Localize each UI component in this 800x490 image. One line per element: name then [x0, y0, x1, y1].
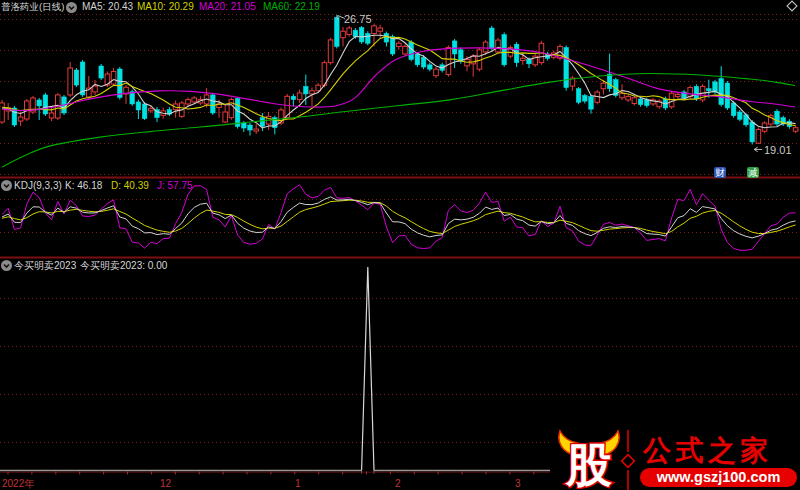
- low-price-label: 19.01: [764, 144, 792, 156]
- watermark-logo[interactable]: 股 公式之家 www.gszj100.com: [550, 423, 800, 490]
- kdj-d-value: D: 40.39: [111, 180, 149, 192]
- axis-label-mar: 3: [515, 478, 521, 489]
- event-badge-reduction[interactable]: 减: [747, 167, 759, 178]
- kdj-name: KDJ(9,3,3): [14, 180, 62, 192]
- axis-label-jan: 1: [295, 478, 301, 489]
- logo-site-name: 公式之家: [643, 436, 773, 465]
- ma10-value: MA10: 20.29: [137, 1, 194, 13]
- emblem-char: 股: [564, 439, 612, 489]
- logo-divider-icon: [621, 430, 635, 490]
- kdj-collapse-icon[interactable]: [1, 180, 12, 191]
- candlestick-plot: [0, 15, 798, 167]
- corner-diamond-icon[interactable]: [787, 1, 797, 11]
- event-badge-financial[interactable]: 财: [714, 167, 726, 178]
- signal-name: 今买明卖2023: [14, 260, 76, 272]
- bull-emblem-icon: 股: [556, 429, 628, 489]
- ma5-value: MA5: 20.43: [82, 1, 133, 13]
- ma60-value: MA60: 22.19: [263, 1, 320, 13]
- kdj-k-value: K: 46.18: [65, 180, 102, 192]
- axis-label-feb: 2: [395, 478, 401, 489]
- signal-plot: [362, 267, 374, 470]
- signal-value: 今买明卖2023: 0.00: [80, 260, 167, 272]
- symbol-title: 普洛药业(日线): [1, 1, 64, 13]
- chevron-down-circle-icon[interactable]: [66, 2, 77, 13]
- stock-chart-window: 普洛药业(日线) MA5: 20.43 MA10: 20.29 MA20: 21…: [0, 0, 800, 490]
- low-marker-arrow-icon: [754, 147, 762, 151]
- signal-collapse-icon[interactable]: [1, 260, 12, 271]
- axis-label-dec: 12: [160, 478, 171, 489]
- axis-label-year: 2022年: [2, 478, 34, 489]
- x-axis: [0, 470, 553, 475]
- high-price-label: 26.75: [344, 13, 372, 25]
- chart-canvas[interactable]: [0, 0, 800, 490]
- kdj-plot: [2, 185, 796, 251]
- ma20-value: MA20: 21.05: [199, 1, 256, 13]
- kdj-j-value: J: 57.75: [157, 180, 193, 192]
- logo-site-url[interactable]: www.gszj100.com: [640, 468, 797, 487]
